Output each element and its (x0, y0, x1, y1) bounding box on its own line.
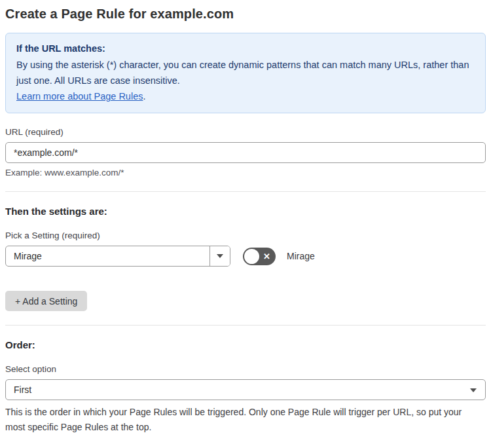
create-page-rule-form: Create a Page Rule for example.com If th… (0, 0, 491, 448)
order-select[interactable]: First (5, 379, 486, 400)
pick-setting-label: Pick a Setting (required) (5, 231, 486, 240)
url-input[interactable] (5, 142, 486, 163)
url-match-info-box: If the URL matches: By using the asteris… (5, 33, 486, 113)
url-example-helper: Example: www.example.com/* (5, 168, 486, 177)
learn-more-link[interactable]: Learn more about Page Rules (16, 91, 143, 102)
info-box-footer: Learn more about Page Rules. (16, 88, 475, 104)
page-title: Create a Page Rule for example.com (5, 7, 486, 22)
settings-section-heading: Then the settings are: (5, 206, 486, 217)
divider (5, 191, 486, 192)
toggle-knob (244, 249, 259, 264)
link-period: . (143, 91, 145, 102)
order-section-heading: Order: (5, 339, 486, 350)
order-select-label: Select option (5, 364, 486, 374)
add-setting-button[interactable]: + Add a Setting (5, 291, 87, 311)
info-box-body: By using the asterisk (*) character, you… (16, 57, 475, 88)
setting-row: Mirage ✕ Mirage (5, 246, 486, 267)
url-field-label: URL (required) (5, 127, 486, 137)
setting-select-value: Mirage (6, 246, 209, 266)
divider (5, 325, 486, 326)
order-helper-text: This is the order in which your Page Rul… (5, 405, 477, 435)
chevron-down-icon (470, 388, 477, 392)
toggle-off-x-icon: ✕ (263, 248, 270, 265)
chevron-down-icon (217, 254, 223, 258)
toggle-label: Mirage (287, 251, 315, 261)
order-select-value: First (14, 384, 31, 395)
setting-select-arrow-button[interactable] (209, 246, 230, 266)
mirage-toggle[interactable]: ✕ (243, 248, 276, 265)
setting-select[interactable]: Mirage (5, 246, 230, 267)
info-box-heading: If the URL matches: (16, 41, 475, 56)
